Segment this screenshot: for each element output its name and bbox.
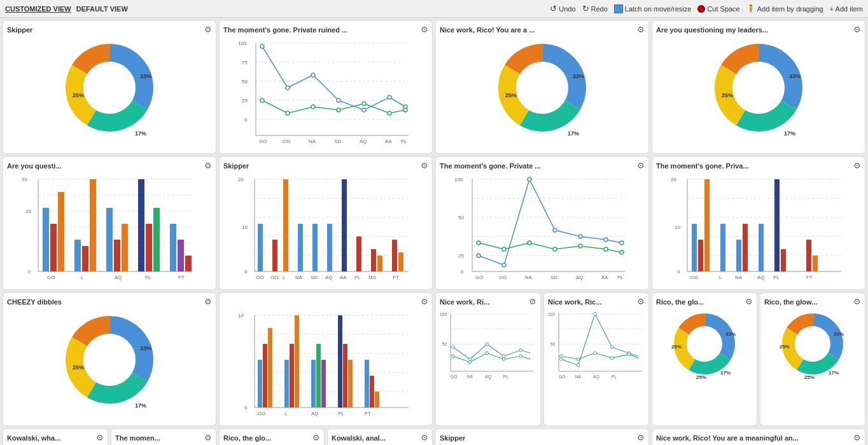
customized-view-tab[interactable]: CUSTOMIZED VIEW: [5, 5, 71, 13]
svg-text:PL: PL: [401, 139, 407, 144]
widget-header: The moment's gone. Priva... ⚙: [656, 161, 861, 170]
gear-icon[interactable]: ⚙: [637, 161, 645, 170]
svg-rect-71: [43, 208, 49, 271]
gear-icon[interactable]: ⚙: [204, 433, 212, 442]
svg-text:GO: GO: [475, 275, 483, 280]
svg-rect-201: [263, 344, 267, 407]
svg-text:0: 0: [244, 117, 248, 123]
svg-point-232: [519, 348, 522, 352]
svg-text:33%: 33%: [140, 345, 151, 352]
bar-chart: 10 0: [223, 309, 428, 411]
undo-button[interactable]: ↺ Undo: [550, 4, 575, 13]
gear-icon[interactable]: ⚙: [853, 25, 861, 34]
widget-nicewo-line-small1: Nice work, Ri... ⚙ 100 50: [435, 292, 541, 426]
gear-icon[interactable]: ⚙: [421, 433, 428, 442]
widget-title: Nice work, Rico! You are a meaningful an…: [656, 434, 799, 442]
gear-icon[interactable]: ⚙: [745, 297, 753, 306]
svg-point-22: [286, 86, 290, 90]
line-chart-small: 100 50 GO NA AQ PL: [548, 309, 645, 379]
gear-icon[interactable]: ⚙: [529, 297, 536, 306]
svg-rect-170: [743, 224, 748, 271]
gear-icon[interactable]: ⚙: [637, 433, 645, 442]
svg-rect-72: [50, 224, 57, 271]
widget-cheezy-donut: CHEEZY dibbles ⚙ 33% 25% 25% 17%: [3, 292, 216, 426]
gear-icon[interactable]: ⚙: [204, 297, 212, 306]
widget-title: Rico, the glow...: [764, 298, 817, 306]
svg-text:OG: OG: [270, 275, 278, 280]
svg-text:SD: SD: [550, 275, 557, 280]
gear-icon[interactable]: ⚙: [96, 433, 104, 442]
svg-rect-168: [720, 224, 725, 271]
svg-point-253: [610, 346, 613, 349]
svg-point-251: [577, 364, 580, 367]
svg-point-46: [518, 64, 566, 112]
person-icon-btn[interactable]: 🧍 Add item by dragging: [746, 4, 823, 13]
gear-icon[interactable]: ⚙: [853, 433, 861, 442]
widget-title: The momen...: [115, 434, 160, 442]
gear-icon[interactable]: ⚙: [421, 25, 428, 34]
widget-header: Nice work, Ri... ⚙: [440, 297, 536, 306]
latch-toggle[interactable]: Latch on move/resize: [614, 4, 692, 13]
person-icon: 🧍: [746, 4, 755, 13]
svg-point-268: [688, 327, 721, 360]
svg-text:OG: OG: [499, 275, 507, 280]
svg-rect-207: [316, 344, 321, 407]
gear-icon[interactable]: ⚙: [637, 297, 645, 306]
svg-rect-78: [114, 240, 120, 271]
gear-icon[interactable]: ⚙: [204, 161, 212, 170]
line-chart: 100 50 25 0: [440, 173, 645, 275]
svg-text:FT: FT: [393, 275, 399, 280]
svg-text:SD: SD: [334, 139, 341, 144]
svg-rect-172: [774, 179, 780, 271]
svg-text:100: 100: [454, 177, 463, 182]
widget-title: Nice work, Ric...: [548, 298, 601, 306]
svg-point-135: [502, 263, 506, 267]
svg-text:25%: 25%: [505, 92, 517, 99]
widget-title: Skipper: [223, 162, 249, 170]
svg-rect-212: [365, 360, 369, 407]
svg-point-144: [553, 247, 557, 251]
svg-text:GO: GO: [451, 374, 457, 379]
svg-point-145: [578, 244, 582, 248]
gear-icon[interactable]: ⚙: [204, 25, 212, 34]
svg-point-233: [452, 355, 455, 358]
svg-text:FT: FT: [365, 411, 371, 416]
widget-title: Nice work, Rico! You are a ...: [440, 26, 535, 34]
gear-icon[interactable]: ⚙: [421, 161, 428, 170]
view-switcher: CUSTOMIZED VIEW DEFAULT VIEW: [5, 5, 128, 13]
widget-title: Kowalski, wha...: [7, 434, 60, 442]
gear-icon[interactable]: ⚙: [853, 297, 861, 306]
gear-icon[interactable]: ⚙: [853, 161, 861, 170]
svg-point-252: [594, 312, 597, 315]
gear-icon[interactable]: ⚙: [637, 25, 645, 34]
donut-chart-small: 33% 25% 25% 17%: [764, 309, 861, 379]
add-item-button[interactable]: + Add item: [830, 5, 863, 13]
svg-text:75: 75: [242, 60, 248, 65]
svg-rect-204: [290, 344, 294, 407]
svg-rect-83: [170, 224, 176, 271]
svg-rect-105: [312, 224, 318, 271]
svg-rect-174: [806, 240, 811, 271]
redo-button[interactable]: ↻ Redo: [582, 4, 608, 13]
svg-point-256: [577, 358, 580, 361]
widget-kowalski-donut-small2: Kowalski, anal... ⚙ 33% 25% 25% 17%: [327, 428, 433, 445]
widget-header: Nice work, Rico! You are a ... ⚙: [440, 25, 645, 34]
svg-point-140: [620, 241, 624, 245]
svg-rect-77: [106, 208, 113, 271]
svg-rect-112: [398, 252, 403, 271]
default-view-tab[interactable]: DEFAULT VIEW: [76, 5, 128, 13]
svg-point-250: [560, 358, 563, 361]
svg-point-30: [311, 105, 315, 109]
svg-text:33%: 33%: [789, 73, 801, 79]
svg-text:NA: NA: [575, 374, 582, 379]
cut-space-button[interactable]: Cut Space: [697, 5, 739, 13]
svg-text:25%: 25%: [696, 374, 706, 379]
svg-point-186: [85, 336, 134, 384]
svg-text:33%: 33%: [140, 73, 151, 79]
gear-icon[interactable]: ⚙: [312, 433, 320, 442]
svg-rect-166: [698, 240, 703, 271]
gear-icon[interactable]: ⚙: [421, 297, 428, 306]
svg-point-147: [620, 250, 624, 254]
cut-radio-icon: [697, 5, 705, 13]
bar-chart: 20 10 0: [7, 173, 212, 275]
